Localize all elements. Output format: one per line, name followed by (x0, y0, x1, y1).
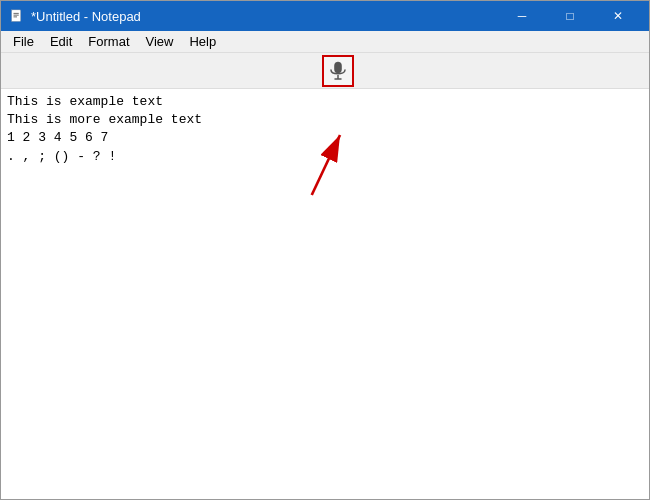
menu-bar: File Edit Format View Help (1, 31, 649, 53)
menu-help[interactable]: Help (181, 31, 224, 53)
maximize-button[interactable]: □ (547, 1, 593, 31)
menu-edit[interactable]: Edit (42, 31, 80, 53)
menu-file[interactable]: File (5, 31, 42, 53)
microphone-icon (329, 61, 347, 81)
minimize-button[interactable]: ─ (499, 1, 545, 31)
text-editor[interactable]: This is example text This is more exampl… (1, 89, 649, 499)
app-icon (9, 8, 25, 24)
menu-format[interactable]: Format (80, 31, 137, 53)
window-title: *Untitled - Notepad (31, 9, 499, 24)
microphone-button-container (322, 55, 354, 87)
close-button[interactable]: ✕ (595, 1, 641, 31)
microphone-button[interactable] (322, 55, 354, 87)
menu-view[interactable]: View (138, 31, 182, 53)
editor-area: This is example text This is more exampl… (1, 89, 649, 499)
window-controls: ─ □ ✕ (499, 1, 641, 31)
toolbar (1, 53, 649, 89)
svg-rect-5 (335, 62, 342, 73)
title-bar: *Untitled - Notepad ─ □ ✕ (1, 1, 649, 31)
notepad-window: *Untitled - Notepad ─ □ ✕ File Edit Form… (0, 0, 650, 500)
